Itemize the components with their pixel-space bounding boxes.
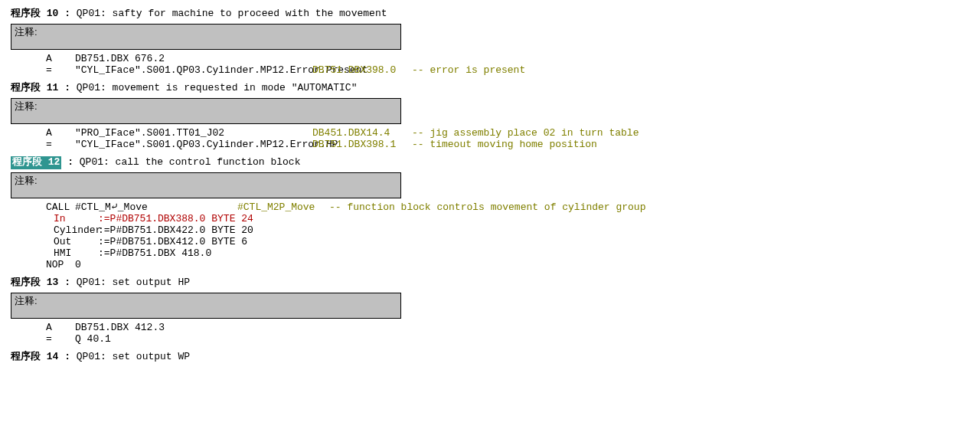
- comment-box[interactable]: 注释:: [11, 293, 401, 319]
- code-line[interactable]: = Q 40.1: [46, 333, 969, 345]
- code-line-nop[interactable]: NOP 0: [46, 259, 969, 270]
- network-title: QP01: set output HP: [77, 277, 190, 288]
- code-line[interactable]: = "CYL_IFace".S001.QP03.Cylinder.MP12.Er…: [46, 139, 969, 150]
- comment: -- function block controls movement of c…: [329, 201, 645, 215]
- comment-box[interactable]: 注释:: [11, 98, 401, 124]
- comment: -- timeout moving home position: [412, 139, 597, 152]
- code-line[interactable]: A DB751.DBX 676.2: [46, 53, 969, 64]
- param-line-hmi[interactable]: HMI :=P#DB751.DBX 418.0: [46, 247, 969, 259]
- network-14: 程序段 14 : QP01: set output WP: [11, 351, 969, 364]
- network-header[interactable]: 程序段 10 : QP01: safty for machine to proc…: [11, 8, 969, 21]
- param-line-cylinder[interactable]: Cylinder :=P#DB751.DBX422.0 BYTE 20: [46, 224, 969, 236]
- comment-label: 注释:: [15, 295, 38, 306]
- network-header[interactable]: 程序段 14 : QP01: set output WP: [11, 351, 969, 364]
- arg: 0: [75, 259, 312, 272]
- param-line-in[interactable]: In :=P#DB751.DBX388.0 BYTE 24: [46, 213, 969, 224]
- op: =: [46, 333, 75, 346]
- network-13: 程序段 13 : QP01: set output HP 注释: A DB751…: [11, 277, 969, 345]
- network-label: 程序段 14 :: [11, 351, 77, 362]
- arg: Q 40.1: [75, 333, 312, 346]
- arg: "CYL_IFace".S001.QP03.Cylinder.MP12.Erro…: [75, 64, 312, 77]
- network-title: QP01: call the control function block: [80, 156, 301, 168]
- comment-label: 注释:: [15, 175, 38, 186]
- op: NOP: [46, 259, 75, 272]
- addr: DB751.DBX398.0: [312, 64, 412, 77]
- network-11: 程序段 11 : QP01: movement is requested in …: [11, 82, 969, 150]
- code-block[interactable]: A "PRO_IFace".S001.TT01_J02 DB451.DBX14.…: [11, 127, 969, 150]
- comment: -- error is present: [412, 64, 525, 77]
- network-12: 程序段 12 : QP01: call the control function…: [11, 156, 969, 270]
- op: =: [46, 64, 75, 77]
- code-line[interactable]: = "CYL_IFace".S001.QP03.Cylinder.MP12.Er…: [46, 64, 969, 76]
- network-label-tail: :: [61, 156, 79, 168]
- network-label-selected: 程序段 12: [11, 156, 61, 169]
- network-title: QP01: set output WP: [77, 351, 190, 362]
- network-header[interactable]: 程序段 12 : QP01: call the control function…: [11, 156, 969, 169]
- code-line[interactable]: A DB751.DBX 412.3: [46, 322, 969, 333]
- code-line-call[interactable]: CALL #CTL_M⤶_Move #CTL_M2P_Move -- funct…: [46, 201, 969, 213]
- comment-box[interactable]: 注释:: [11, 24, 401, 50]
- network-header[interactable]: 程序段 13 : QP01: set output HP: [11, 277, 969, 290]
- addr: DB751.DBX398.1: [312, 139, 412, 152]
- comment-box[interactable]: 注释:: [11, 172, 401, 198]
- arg: "CYL_IFace".S001.QP03.Cylinder.MP12.Erro…: [75, 139, 312, 152]
- network-title: QP01: safty for machine to proceed with …: [77, 8, 387, 19]
- comment-label: 注释:: [15, 26, 38, 38]
- comment-label: 注释:: [15, 100, 38, 112]
- network-10: 程序段 10 : QP01: safty for machine to proc…: [11, 8, 969, 76]
- network-title: QP01: movement is requested in mode "AUT…: [77, 82, 358, 93]
- network-header[interactable]: 程序段 11 : QP01: movement is requested in …: [11, 82, 969, 95]
- network-label: 程序段 13 :: [11, 277, 77, 288]
- op: =: [46, 139, 75, 152]
- param-line-out[interactable]: Out :=P#DB751.DBX412.0 BYTE 6: [46, 236, 969, 247]
- network-label: 程序段 10 :: [11, 8, 77, 19]
- code-line[interactable]: A "PRO_IFace".S001.TT01_J02 DB451.DBX14.…: [46, 127, 969, 139]
- code-block[interactable]: A DB751.DBX 412.3 = Q 40.1: [11, 322, 969, 345]
- code-block[interactable]: A DB751.DBX 676.2 = "CYL_IFace".S001.QP0…: [11, 53, 969, 76]
- code-block[interactable]: CALL #CTL_M⤶_Move #CTL_M2P_Move -- funct…: [11, 201, 969, 270]
- network-label: 程序段 11 :: [11, 82, 77, 93]
